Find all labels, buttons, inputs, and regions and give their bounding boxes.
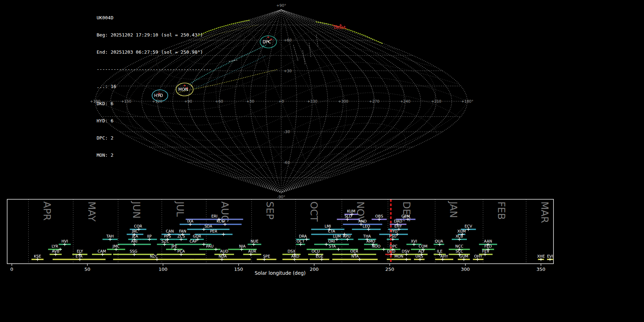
shower-label-PPS: PPS [164,234,171,238]
shower-label-COM: COM [419,244,428,248]
shower-label-SLD: SLD [345,214,352,218]
shower-label-KCG: KCG [216,219,224,223]
red-cross-mark [267,36,269,38]
peak-marker-NOO [382,248,385,251]
shower-label-IXA: IXA [187,219,194,223]
shower-label-PER: PER [210,229,217,233]
lon-label: +300 [338,99,348,103]
lat-label: +90° [276,3,286,8]
shower-label-XUM: XUM [457,229,466,233]
axis-tick-label: 150 [234,267,243,272]
shower-label-ALY: ALY [418,249,425,253]
shower-label-NDA: NDA [219,254,227,258]
count-hyd: HYD: 6 [97,118,211,124]
secondary-grid-circle [216,18,270,49]
shower-label-ILE: ILE [437,249,443,253]
month-label-JUL: JUL [175,201,186,217]
shower-label-DSX: DSX [288,249,296,253]
shower-label-EVI: EVI [547,254,553,258]
shower-label-LMI: LMI [325,224,331,228]
shower-label-ETA: ETA [75,254,83,258]
shower-label-NIA: NIA [239,244,246,248]
track-gray-trail-1 [293,45,298,61]
axis-tick-label: 250 [385,267,394,272]
peak-marker-PAU [214,248,218,251]
lon-label: +30 [246,99,254,103]
shower-label-KUM: KUM [347,209,355,213]
shower-label-THA: THA [363,234,371,238]
count-dkd: DKD: 6 [97,101,211,107]
begin-time: Beg: 20251202 17:29:10 (sol = 250.43°) [97,32,211,38]
shower-label-KSE: KSE [34,254,41,258]
divider: ----------------------------------------… [97,67,211,72]
shower-label-NOO: NOO [372,244,380,248]
count-dpc: DPC: 2 [97,135,211,141]
shower-label-GEM: GEM [401,214,410,218]
shower-label-URS: URS [415,254,423,258]
shower-label-ECV: ECV [465,224,473,228]
shower-label-DRA: DRA [299,234,307,238]
axis-tick-label: 100 [158,267,167,272]
lat-label: -90° [277,195,285,199]
shower-label-RPU: RPU [343,234,350,238]
shower-label-AAN: AAN [484,239,492,243]
shower-label-OBS: OBS [375,214,383,218]
axis-tick-label: 300 [461,267,470,272]
month-label-MAY: MAY [86,201,97,222]
meteor-plot-window: HYDMONDPCDKD +180+150+120+90+60+30+0+330… [0,0,644,322]
shower-label-STA: STA [329,244,336,248]
radiant-label-DKD: DKD [334,25,343,30]
shower-label-ELY: ELY [77,249,83,253]
track-gray-trail-2 [303,50,305,65]
shower-label-AHY: AHY [440,254,448,258]
shower-label-AND: AND [358,219,367,223]
track-gray-trail-3 [309,43,311,57]
lon-label: +210 [431,99,441,103]
shower-label-GDR: GDR [193,234,201,238]
shower-label-OER: OER [350,249,358,253]
shower-label-PAU: PAU [206,244,214,248]
shower-label-HVI: HVI [62,239,68,243]
shower-label-AMO: AMO [366,239,375,243]
month-label-FEB: FEB [496,201,507,220]
shower-label-JEA: JEA [132,234,138,238]
shower-label-AUD: AUD [220,249,228,253]
shower-label-XVI: XVI [411,239,417,243]
shower-label-LUM: LUM [333,234,341,238]
shower-label-FED: FED [484,244,492,248]
lon-label: +60 [215,99,223,103]
lat-label: +60 [284,38,292,42]
shower-label-DPC: DPC [390,244,397,248]
shower-label-CAP: CAP [190,239,197,243]
shower-label-LYR: LYR [52,244,58,248]
shower-label-COR: COR [134,224,142,228]
shower-label-EGE: EGE [316,254,323,258]
end-time: End: 20251203 06:27:59 (sol = 250.98°) [97,49,211,55]
lat-label: +30 [284,69,292,73]
month-label-JAN: JAN [448,201,459,218]
shower-label-ZCS: ZCS [177,234,185,238]
shower-label-OCT: OCT [297,239,305,243]
count-mon: MON: 2 [97,152,211,158]
secondary-grid-circle [293,154,346,184]
peak-marker-MON [405,258,408,261]
month-label-JUN: JUN [131,201,142,219]
peak-marker-STA [337,248,340,251]
lon-label: +240 [400,99,410,103]
lon-label: +330 [307,99,317,103]
peak-marker-CAP [202,243,205,246]
shower-label-ARD: ARD [291,254,299,258]
shower-label-XCB: XCB [455,234,463,238]
shower-label-JMC: JMC [112,244,120,248]
shower-label-EHY: EHY [394,224,402,228]
shower-label-NZC: NZC [150,254,158,258]
count-unclassified: ...: 16 [97,84,211,89]
shower-label-QUA: QUA [435,239,443,243]
month-label-APR: APR [42,201,53,221]
peak-marker-PER [222,233,225,236]
shower-label-OCU: OCU [312,249,320,253]
shower-label-CAN: CAN [166,229,174,233]
peak-marker-ORI [325,243,328,246]
shower-label-NUE: NUE [250,239,258,243]
axis-tick-label: 350 [537,267,546,272]
